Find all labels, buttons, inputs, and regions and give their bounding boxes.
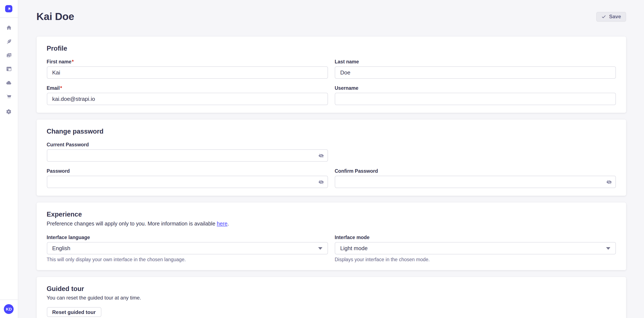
required-marker: *	[60, 86, 62, 91]
confirm-password-label: Confirm Password	[335, 168, 616, 174]
guided-tour-card: Guided tour You can reset the guided tou…	[36, 277, 626, 318]
save-button-label: Save	[609, 14, 621, 19]
interface-language-field-group: Interface language English This will onl…	[47, 234, 328, 263]
interface-mode-label: Interface mode	[335, 234, 616, 240]
cart-icon	[6, 94, 12, 100]
profile-form: First name* Last name Email*	[47, 59, 616, 105]
more-info-link[interactable]: here	[217, 221, 228, 227]
page-header: Kai Doe Save	[36, 10, 626, 23]
home-icon	[6, 25, 12, 31]
eye-striked-icon	[318, 153, 324, 159]
password-form: Current Password	[47, 142, 616, 188]
guided-tour-card-title: Guided tour	[47, 285, 616, 293]
current-password-input[interactable]	[47, 149, 328, 162]
interface-language-label: Interface language	[47, 234, 328, 240]
guided-tour-description: You can reset the guided tour at any tim…	[47, 295, 616, 301]
experience-form: Interface language English This will onl…	[47, 234, 616, 263]
interface-language-value: English	[52, 245, 70, 251]
sidebar-item-home[interactable]	[0, 21, 18, 35]
email-label: Email*	[47, 85, 328, 91]
profile-card-title: Profile	[47, 44, 616, 52]
sidebar-item-content-manager[interactable]	[0, 35, 18, 48]
experience-description: Preference changes will apply only to yo…	[47, 220, 616, 227]
current-password-field-group: Current Password	[47, 142, 328, 162]
interface-mode-value: Light mode	[340, 245, 368, 251]
interface-mode-hint: Displays your interface in the chosen mo…	[335, 257, 616, 263]
feather-icon	[6, 38, 12, 44]
interface-language-select[interactable]: English	[47, 242, 328, 254]
experience-card: Experience Preference changes will apply…	[36, 202, 626, 270]
username-field-group: Username	[335, 85, 616, 105]
username-label: Username	[335, 85, 616, 91]
first-name-label: First name*	[47, 59, 328, 65]
eye-striked-icon	[318, 179, 324, 185]
change-password-card: Change password Current Password	[36, 120, 626, 196]
interface-language-hint: This will only display your own interfac…	[47, 257, 328, 263]
check-icon	[602, 14, 606, 19]
username-input[interactable]	[335, 93, 616, 105]
password-input[interactable]	[47, 176, 328, 188]
email-field-group: Email*	[47, 85, 328, 105]
last-name-label: Last name	[335, 59, 616, 65]
sidebar-logo-section	[0, 0, 18, 18]
password-field-group: Password	[47, 168, 328, 188]
cloud-icon	[6, 80, 12, 86]
confirm-password-input[interactable]	[335, 176, 616, 188]
required-marker: *	[72, 59, 74, 64]
confirm-password-field-group: Confirm Password	[335, 168, 616, 188]
sidebar-item-settings[interactable]	[0, 105, 18, 119]
password-label: Password	[47, 168, 328, 174]
gear-icon	[6, 109, 12, 115]
profile-card: Profile First name* Last name Email*	[36, 37, 626, 113]
user-avatar[interactable]: KD	[4, 304, 14, 314]
first-name-input[interactable]	[47, 66, 328, 79]
interface-mode-select[interactable]: Light mode	[335, 242, 616, 254]
chevron-down-icon	[318, 247, 322, 250]
strapi-logo-icon	[7, 6, 11, 11]
eye-striked-icon	[606, 179, 612, 185]
last-name-input[interactable]	[335, 66, 616, 79]
sidebar-item-marketplace[interactable]	[0, 90, 18, 104]
page-title: Kai Doe	[36, 10, 74, 23]
last-name-field-group: Last name	[335, 59, 616, 79]
sidebar-nav	[0, 18, 18, 119]
main-content: Kai Doe Save Profile First name* Last	[18, 0, 644, 318]
toggle-confirm-password-visibility-button[interactable]	[606, 179, 612, 185]
reset-guided-tour-button[interactable]: Reset guided tour	[47, 307, 101, 317]
current-password-label: Current Password	[47, 142, 328, 148]
sidebar-item-media-library[interactable]	[0, 48, 18, 62]
sidebar: KD	[0, 0, 18, 318]
experience-card-title: Experience	[47, 210, 616, 218]
sidebar-item-content-type-builder[interactable]	[0, 62, 18, 76]
save-button[interactable]: Save	[596, 12, 626, 21]
sidebar-item-cloud[interactable]	[0, 76, 18, 90]
interface-mode-field-group: Interface mode Light mode Displays your …	[335, 234, 616, 263]
change-password-card-title: Change password	[47, 127, 616, 135]
first-name-field-group: First name*	[47, 59, 328, 79]
toggle-password-visibility-button[interactable]	[318, 179, 324, 185]
toggle-current-password-visibility-button[interactable]	[318, 153, 324, 159]
chevron-down-icon	[606, 247, 610, 250]
sidebar-user-section: KD	[0, 300, 18, 318]
email-input[interactable]	[47, 93, 328, 105]
media-library-icon	[6, 52, 12, 58]
strapi-logo[interactable]	[5, 5, 12, 12]
strapi-admin-app: KD Kai Doe Save Profile First name*	[0, 0, 644, 318]
layout-icon	[6, 66, 12, 72]
